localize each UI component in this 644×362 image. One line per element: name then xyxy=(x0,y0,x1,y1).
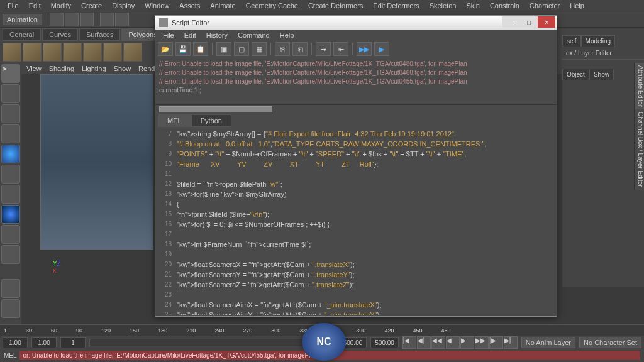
code-line[interactable]: "Frame XV YV ZV XT YT ZT Roll"}; xyxy=(177,159,554,169)
attribute-editor-tab[interactable]: Attribute Editor xyxy=(634,63,644,109)
menu-edit[interactable]: Edit xyxy=(24,1,46,11)
range-slider[interactable] xyxy=(89,339,306,346)
menu-assets[interactable]: Assets xyxy=(174,1,205,11)
viewport-render[interactable] xyxy=(40,74,153,250)
prev-key-icon[interactable]: ◀◀ xyxy=(431,336,445,349)
menu-character[interactable]: Character xyxy=(525,1,565,11)
layout-single-icon[interactable] xyxy=(1,225,20,244)
code-line[interactable] xyxy=(177,229,554,239)
script-input-pane[interactable]: 7891011121314151617181920212223242526272… xyxy=(155,128,557,315)
layout-outliner-icon[interactable] xyxy=(1,299,20,318)
panel-menu-shading[interactable]: Shading xyxy=(49,65,74,72)
next-key-icon[interactable]: ▶▶ xyxy=(475,336,489,349)
lang-tab-python[interactable]: Python xyxy=(191,114,231,127)
manip-tool-icon[interactable] xyxy=(1,185,20,204)
right-tab-object[interactable]: Object xyxy=(562,69,589,80)
menu-modify[interactable]: Modify xyxy=(46,1,76,11)
shelf-item[interactable] xyxy=(43,43,62,62)
code-line[interactable] xyxy=(177,250,554,260)
layout-four-icon[interactable] xyxy=(1,245,20,264)
save-script-icon[interactable]: 💾 xyxy=(175,42,191,56)
scale-tool-icon[interactable] xyxy=(1,165,20,184)
menu-display[interactable]: Display xyxy=(107,1,140,11)
right-tab-modeling[interactable]: Modeling xyxy=(581,35,616,47)
anim-layer-dropdown[interactable]: No Anim Layer xyxy=(521,337,575,348)
code-line[interactable]: "kw">float $cameraZ = "fn">getAttr($Cam … xyxy=(177,280,554,290)
panel-menu-show[interactable]: Show xyxy=(114,65,131,72)
shelf-item[interactable] xyxy=(123,43,142,62)
script-output-pane[interactable]: // Error: Unable to load the image file,… xyxy=(155,57,557,105)
code-line[interactable]: "kw">float $cameraY = "fn">getAttr($Cam … xyxy=(177,270,554,280)
execute-icon[interactable]: ▶ xyxy=(374,42,389,56)
menu-geometry-cache[interactable]: Geometry Cache xyxy=(241,1,303,11)
undo-icon[interactable] xyxy=(100,13,114,26)
line-numbers-icon[interactable]: ⇤ xyxy=(333,42,348,56)
code-line[interactable] xyxy=(177,290,554,300)
code-line[interactable]: { xyxy=(177,199,554,209)
code-text[interactable]: "kw">string $myStrArray[] = {"# Flair Ex… xyxy=(174,128,557,315)
shelf-item[interactable] xyxy=(63,43,82,62)
menu-file[interactable]: File xyxy=(3,1,24,11)
se-menu-command[interactable]: Command xyxy=(233,30,275,40)
show-both-icon[interactable]: ⎗ xyxy=(292,42,308,56)
rotate-tool-icon[interactable] xyxy=(1,145,20,163)
current-frame-field[interactable]: 1 xyxy=(60,337,86,348)
menu-create[interactable]: Create xyxy=(76,1,107,11)
code-line[interactable]: "kw">float $cameraX = "fn">getAttr($Cam … xyxy=(177,260,554,270)
menu-edit-deformers[interactable]: Edit Deformers xyxy=(368,1,424,11)
clear-all-icon[interactable]: ▦ xyxy=(252,42,267,56)
se-menu-help[interactable]: Help xyxy=(275,30,299,40)
code-line[interactable] xyxy=(177,169,554,179)
panel-menu-lighting[interactable]: Lighting xyxy=(82,65,106,72)
character-set-dropdown[interactable]: No Character Set xyxy=(579,337,641,348)
menu-constrain[interactable]: Constrain xyxy=(485,1,525,11)
anim-end-b-field[interactable]: 500.00 xyxy=(370,337,399,348)
panel-menu-view[interactable]: View xyxy=(26,65,42,72)
right-tab-self[interactable]: self xyxy=(562,35,581,47)
play-fwd-icon[interactable]: ▶ xyxy=(460,336,474,349)
shelf-item[interactable] xyxy=(3,43,21,62)
move-tool-icon[interactable] xyxy=(1,124,20,143)
shelf-item[interactable] xyxy=(103,43,122,62)
soft-tool-icon[interactable] xyxy=(1,205,20,224)
right-tab-show[interactable]: Show xyxy=(589,69,614,80)
code-line[interactable]: $fileId = `"fn">fopen $filePath "w"`; xyxy=(177,179,554,189)
open-scene-icon[interactable] xyxy=(65,13,79,26)
shelf-tab-surfaces[interactable]: Surfaces xyxy=(79,28,120,41)
menu-skeleton[interactable]: Skeleton xyxy=(425,1,462,11)
echo-all-icon[interactable]: ⇥ xyxy=(316,42,331,56)
code-line[interactable]: "kw">float $cameraAimY = "fn">getAttr($C… xyxy=(177,310,554,315)
new-scene-icon[interactable] xyxy=(50,13,64,26)
step-back-icon[interactable]: ◀| xyxy=(417,336,431,349)
menu-help[interactable]: Help xyxy=(565,1,589,11)
clear-input-icon[interactable]: ▢ xyxy=(234,42,249,56)
rewind-icon[interactable]: |◀ xyxy=(402,336,416,349)
shelf-item[interactable] xyxy=(23,43,42,62)
output-scrollbar[interactable] xyxy=(155,105,557,114)
maximize-button[interactable]: □ xyxy=(520,16,538,28)
paint-tool-icon[interactable] xyxy=(1,104,20,123)
code-line[interactable]: "POINTS" + "\t" + $NumberOfFrames + "\t"… xyxy=(177,149,554,159)
lang-tab-mel[interactable]: MEL xyxy=(158,114,191,127)
se-menu-history[interactable]: History xyxy=(201,30,233,40)
se-menu-edit[interactable]: Edit xyxy=(179,30,201,40)
menu-animate[interactable]: Animate xyxy=(205,1,240,11)
step-fwd-icon[interactable]: |▶ xyxy=(489,336,503,349)
lasso-tool-icon[interactable] xyxy=(1,84,20,103)
code-line[interactable]: "kw">string $myStrArray[] = {"# Flair Ex… xyxy=(177,129,554,139)
menu-skin[interactable]: Skin xyxy=(461,1,484,11)
code-line[interactable]: "fn">fprint $fileId ($line+"\r\n"); xyxy=(177,209,554,219)
code-line[interactable]: "kw">float $cameraAimX = "fn">getAttr($C… xyxy=(177,300,554,310)
shelf-tab-general[interactable]: General xyxy=(3,28,41,41)
range-start-field[interactable]: 1.00 xyxy=(31,337,57,348)
menu-window[interactable]: Window xyxy=(140,1,174,11)
minimize-button[interactable]: — xyxy=(502,16,520,28)
layout-persp-icon[interactable] xyxy=(1,279,20,298)
close-button[interactable]: ✕ xyxy=(538,16,555,28)
shelf-tab-curves[interactable]: Curves xyxy=(42,28,78,41)
code-line[interactable]: "kw">for( $i = 0; $i <= $NumberOfFrames … xyxy=(177,219,554,229)
clear-history-icon[interactable]: ▣ xyxy=(216,42,231,56)
script-editor-titlebar[interactable]: Script Editor — □ ✕ xyxy=(155,16,557,30)
play-back-icon[interactable]: ◀ xyxy=(446,336,460,349)
save-to-shelf-icon[interactable]: 📋 xyxy=(193,42,208,56)
